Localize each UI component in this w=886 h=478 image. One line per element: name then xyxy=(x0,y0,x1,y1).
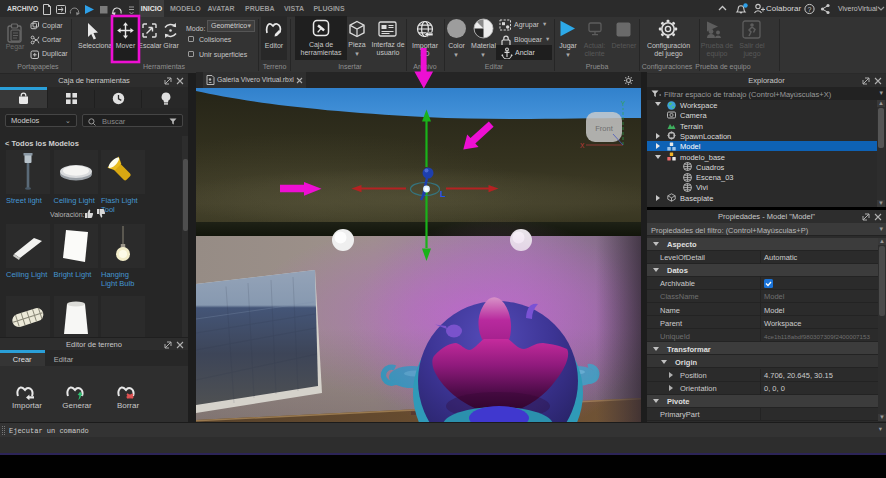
svg-text:L: L xyxy=(440,189,446,199)
svg-text:X: X xyxy=(580,142,585,149)
svg-text:Front: Front xyxy=(595,124,613,133)
svg-text:Y: Y xyxy=(621,100,626,107)
svg-text:?: ? xyxy=(808,5,812,12)
